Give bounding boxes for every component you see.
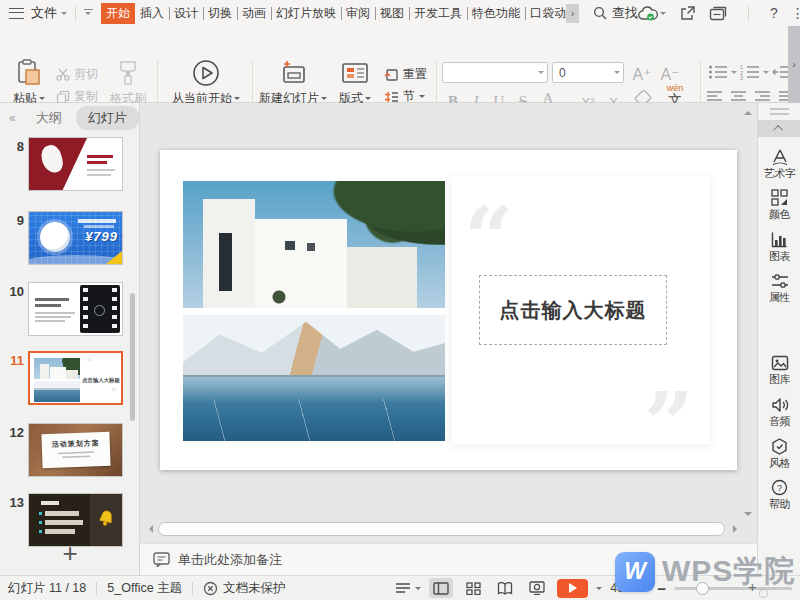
tab-transition[interactable]: 切换: [203, 3, 237, 24]
panel-collapse-button[interactable]: [758, 120, 800, 137]
tab-view[interactable]: 视图: [375, 3, 409, 24]
play-from-current-button[interactable]: 从当前开始: [163, 58, 249, 107]
note-icon[interactable]: [709, 6, 727, 21]
document-protection[interactable]: 文档未保护: [203, 580, 286, 597]
thumb-title-text: 点击输入大标题: [82, 376, 120, 384]
ribbon-overflow-strip[interactable]: ›: [788, 26, 800, 103]
reading-view-button[interactable]: [493, 578, 517, 598]
ribbon-tabs: 开始 插入 设计 切换 动画 幻灯片放映 审阅 视图 开发工具 特色功能 口袋动…: [101, 3, 579, 24]
panel-item-audio[interactable]: 音频: [758, 397, 800, 429]
reset-button[interactable]: 重置: [384, 66, 427, 83]
slide-number: 8: [2, 139, 24, 154]
tab-outline[interactable]: 大纲: [36, 109, 62, 127]
sorter-view-icon: [466, 582, 481, 595]
hamburger-menu-icon[interactable]: [9, 8, 24, 19]
bullet-list-chevron-icon: [731, 71, 737, 77]
zoom-in-button[interactable]: +: [748, 578, 757, 595]
panel-item-style[interactable]: 风格: [758, 438, 800, 471]
slide-thumbnail-11-selected[interactable]: “ 点击输入大标题 ”: [28, 351, 123, 405]
tab-animation[interactable]: 动画: [237, 3, 271, 24]
tab-insert[interactable]: 插入: [135, 3, 169, 24]
divider: [96, 582, 97, 595]
slide-thumbnail-8[interactable]: [28, 137, 123, 191]
cut-button[interactable]: 剪切: [56, 66, 98, 83]
quick-access-chevron-icon[interactable]: [84, 9, 93, 17]
panel-item-properties[interactable]: 属性: [758, 273, 800, 305]
file-menu[interactable]: 文件: [31, 4, 57, 22]
font-name-chevron-icon: [538, 71, 544, 77]
normal-view-button[interactable]: [429, 578, 453, 598]
panel-drag-handle[interactable]: [770, 108, 789, 115]
slide-title-placeholder[interactable]: 点击输入大标题: [479, 275, 667, 345]
find-button[interactable]: 查找: [593, 4, 638, 22]
text-density-button[interactable]: [395, 582, 421, 594]
font-name-combobox[interactable]: [442, 62, 548, 83]
new-slide-button[interactable]: 新建幻灯片: [256, 58, 330, 107]
slide-thumbnail-10[interactable]: [28, 282, 123, 336]
style-hexagon-icon: [771, 438, 788, 455]
share-icon[interactable]: [679, 5, 696, 21]
panel-item-colors[interactable]: 颜色: [758, 189, 800, 222]
tab-design[interactable]: 设计: [169, 3, 203, 24]
slide-image-building[interactable]: [183, 181, 445, 308]
add-slide-button[interactable]: +: [0, 539, 140, 567]
thumb-art: [87, 155, 117, 179]
tab-pocket-animation[interactable]: 口袋动: [525, 3, 566, 24]
numbered-list-chevron-icon: [763, 71, 769, 77]
help-button[interactable]: ?: [770, 5, 778, 21]
play-options-chevron-icon[interactable]: [596, 587, 602, 593]
theme-name[interactable]: 5_Office 主题: [107, 580, 182, 597]
tab-devtools[interactable]: 开发工具: [409, 3, 467, 24]
copy-icon: [56, 90, 70, 104]
panel-item-label: 风格: [758, 456, 800, 471]
tabs-overflow-button[interactable]: ›: [566, 4, 579, 23]
tab-review[interactable]: 审阅: [341, 3, 375, 24]
slide-thumbnail-9[interactable]: ¥799: [28, 211, 123, 265]
scroll-right-arrow[interactable]: [733, 525, 741, 533]
panel-item-gallery[interactable]: 图库: [758, 355, 800, 387]
thumbnail-row: 9 ¥799: [0, 211, 140, 267]
normal-view-icon: [433, 582, 449, 595]
scroll-up-arrow[interactable]: [744, 107, 752, 115]
more-options-button[interactable]: ⋮: [791, 5, 800, 21]
panel-item-chart[interactable]: 图表: [758, 231, 800, 264]
help-circle-icon: ?: [771, 479, 788, 496]
slideshow-view-button[interactable]: [525, 578, 549, 598]
layout-button[interactable]: 版式: [332, 58, 378, 107]
thumbnail-scrollbar[interactable]: [130, 293, 135, 421]
panel-item-label: 音频: [758, 414, 800, 429]
panel-item-help[interactable]: ? 帮助: [758, 479, 800, 512]
thumb-price-text: ¥799: [85, 229, 118, 244]
decrease-font-button[interactable]: A⁻: [658, 60, 682, 84]
divider: [75, 6, 76, 21]
file-menu-chevron-icon[interactable]: [61, 12, 67, 18]
play-circle-icon: [163, 58, 249, 88]
play-slideshow-button[interactable]: [557, 579, 588, 598]
slide-editor[interactable]: “ 点击输入大标题 ”: [160, 150, 737, 470]
bullet-list-button[interactable]: [708, 64, 737, 80]
tab-slideshow[interactable]: 幻灯片放映: [271, 3, 341, 24]
protection-icon: [203, 581, 218, 596]
font-size-combobox[interactable]: 0: [552, 62, 624, 83]
protection-label: 文档未保护: [223, 580, 286, 597]
cloud-sync-button[interactable]: [638, 6, 666, 21]
tab-special-features[interactable]: 特色功能: [467, 3, 525, 24]
panel-item-label: 图表: [758, 249, 800, 264]
slide-sorter-view-button[interactable]: [461, 578, 485, 598]
tab-slides[interactable]: 幻灯片: [76, 106, 139, 130]
panel-item-wordart[interactable]: 艺术字: [758, 148, 800, 181]
format-painter-button[interactable]: 格式刷: [104, 58, 152, 107]
find-label: 查找: [612, 4, 638, 22]
horizontal-scrollbar[interactable]: [158, 522, 725, 536]
cut-label: 剪切: [74, 66, 98, 83]
thumb-art: “: [86, 356, 92, 370]
slide-image-lake[interactable]: [183, 315, 445, 441]
slide-thumbnail-12[interactable]: 活动策划方案: [28, 423, 123, 477]
scroll-down-arrow[interactable]: [744, 512, 752, 520]
tab-home[interactable]: 开始: [101, 3, 135, 24]
paste-button[interactable]: 粘贴: [6, 58, 52, 107]
scroll-left-arrow[interactable]: [145, 525, 153, 533]
numbered-list-button[interactable]: 123: [740, 64, 769, 80]
increase-font-button[interactable]: A⁺: [630, 60, 654, 84]
collapse-panel-icon[interactable]: «: [9, 111, 14, 125]
